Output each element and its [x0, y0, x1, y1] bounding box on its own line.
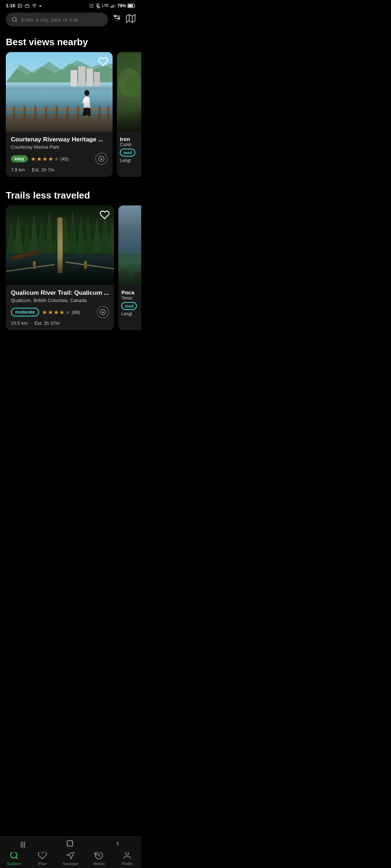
partial-badge-poca: mod: [121, 302, 137, 310]
review-count-courtenay: (45): [60, 156, 69, 162]
recents-icon: |||: [20, 841, 25, 848]
best-views-cards-row: Courtenay Riverway Heritage ... Courtena…: [0, 52, 141, 184]
est-time-value: Est. 2h 7m: [32, 167, 54, 173]
mute-icon: [96, 3, 101, 8]
svg-marker-22: [126, 14, 135, 22]
alarm-icon: [89, 3, 94, 8]
favorite-button-courtenay[interactable]: [98, 56, 108, 68]
back-chevron-icon: [114, 840, 121, 847]
partial-content-poca: Poca Texac mod Lengt: [118, 285, 141, 321]
search-container: [0, 10, 141, 31]
length-value-q: 10.5 km: [11, 320, 28, 326]
partial-location-poca: Texac: [121, 295, 141, 301]
est-time-value-q: Est. 2h 37m: [34, 320, 59, 326]
nav-label-history: History: [93, 861, 105, 866]
difficulty-badge-qualicum: moderate: [11, 308, 39, 316]
card-content-courtenay: Courtenay Riverway Heritage ... Courtena…: [6, 132, 113, 177]
card-image-poca: [118, 205, 141, 285]
signal-bars: [110, 3, 116, 8]
star-1: ★: [42, 309, 47, 316]
nav-label-plan: Plan: [38, 861, 46, 866]
download-button-courtenay[interactable]: [95, 153, 108, 165]
svg-rect-14: [128, 4, 133, 7]
status-indicators: LTE 79%: [89, 3, 135, 8]
svg-marker-44: [13, 216, 24, 254]
favorite-button-qualicum[interactable]: [100, 210, 110, 221]
partial-title-poca: Poca: [121, 289, 141, 295]
nav-item-explore[interactable]: Explore: [3, 851, 25, 866]
android-back-button[interactable]: [114, 840, 121, 848]
partial-title-iron: Iron: [120, 136, 141, 142]
star-4: ★: [59, 309, 64, 316]
svg-marker-48: [45, 212, 55, 254]
svg-point-20: [114, 15, 115, 17]
photo-icon: [17, 3, 22, 8]
nav-label-profile: Profile: [121, 861, 133, 866]
nav-items-container: Explore Plan Navigate History: [0, 851, 141, 866]
svg-point-40: [84, 90, 89, 96]
android-recents-button[interactable]: |||: [20, 841, 25, 848]
download-icon-q: [100, 309, 106, 315]
search-bar[interactable]: [6, 13, 108, 26]
buildings: [71, 67, 100, 86]
battery-icon: [127, 4, 135, 8]
svg-rect-2: [25, 5, 29, 7]
svg-rect-12: [115, 4, 116, 8]
partial-content-iron: Iron Cumb mod Lengt: [117, 132, 141, 167]
dot-indicator: ●: [39, 4, 42, 8]
android-home-button[interactable]: [66, 840, 73, 849]
trail-card-qualicum[interactable]: Qualicum River Trail: Qualicum ... Quali…: [6, 205, 114, 330]
status-time: 1:16 ●: [6, 3, 42, 8]
card-image-qualicum: [6, 205, 114, 285]
section-title-trails-less: Trails less traveled: [0, 184, 141, 205]
svg-line-65: [16, 857, 18, 859]
battery-display: 79%: [117, 3, 126, 8]
card-image-courtenay: [6, 52, 113, 132]
card-meta-qualicum: moderate ★ ★ ★ ★ ★ (89): [11, 306, 109, 318]
home-square-icon: [66, 840, 73, 847]
card-title-qualicum: Qualicum River Trail: Qualicum ...: [11, 289, 109, 297]
length-value: 7.9 km: [11, 167, 25, 173]
card-image-iron: [117, 52, 141, 132]
card-length-qualicum: 10.5 km · Est. 2h 37m: [11, 320, 109, 326]
search-input[interactable]: [21, 17, 102, 23]
card-meta-courtenay: easy ★ ★ ★ ★ ★ (45): [11, 153, 108, 165]
card-content-qualicum: Qualicum River Trail: Qualicum ... Quali…: [6, 285, 114, 330]
trail-card-courtenay[interactable]: Courtenay Riverway Heritage ... Courtena…: [6, 52, 113, 177]
bank-icon: [25, 3, 30, 8]
section-title-best-views: Best views nearby: [0, 31, 141, 52]
map-icon: [126, 14, 135, 23]
partial-length-poca: Lengt: [121, 311, 141, 316]
filter-icon: [112, 14, 122, 23]
nav-item-plan[interactable]: Plan: [31, 851, 53, 866]
wifi-icon: [32, 3, 37, 8]
filter-button[interactable]: [112, 14, 122, 25]
svg-rect-11: [114, 4, 115, 8]
card-location-qualicum: Qualicum, British Columbia, Canada: [11, 298, 109, 303]
star-1: ★: [31, 156, 36, 162]
lte-indicator: LTE: [102, 4, 109, 8]
star-4: ★: [48, 156, 53, 162]
search-icon: [12, 16, 17, 23]
star-3: ★: [54, 309, 59, 316]
svg-rect-9: [112, 5, 112, 8]
download-button-qualicum[interactable]: [97, 306, 109, 318]
partial-length-iron: Lengt: [120, 158, 141, 163]
nav-item-profile[interactable]: Profile: [116, 851, 138, 866]
svg-point-15: [12, 17, 16, 21]
svg-marker-66: [67, 851, 75, 859]
card-location-courtenay: Courtenay Marina Park: [11, 144, 108, 150]
trail-card-poca-partial[interactable]: Poca Texac mod Lengt: [118, 205, 141, 330]
nav-item-history[interactable]: History: [88, 851, 110, 866]
star-5: ★: [65, 309, 70, 316]
status-bar: 1:16 ● LTE 79%: [0, 0, 141, 10]
trail-card-iron-partial[interactable]: Iron Cumb mod Lengt: [117, 52, 141, 177]
nav-label-explore: Explore: [7, 861, 21, 866]
map-button[interactable]: [126, 14, 135, 25]
star-2: ★: [48, 309, 53, 316]
svg-rect-8: [110, 7, 111, 8]
card-title-courtenay: Courtenay Riverway Heritage ...: [11, 136, 108, 143]
svg-point-68: [126, 852, 129, 855]
nav-item-navigate[interactable]: Navigate: [60, 851, 81, 866]
svg-point-64: [10, 852, 17, 858]
